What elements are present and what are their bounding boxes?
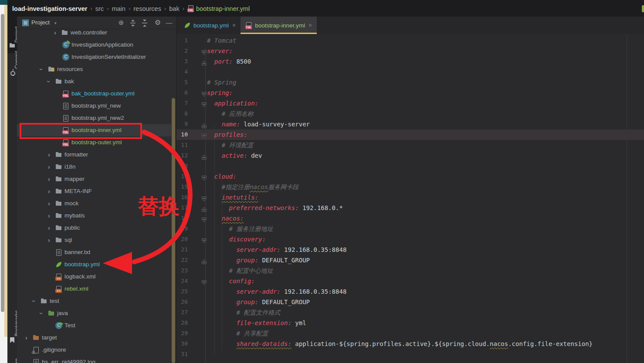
- editor-line-22[interactable]: 22 group: DEFAULT_GROUP: [176, 255, 644, 265]
- editor-line-10[interactable]: 10 profiles:: [176, 129, 644, 140]
- tree-chevron-open-icon[interactable]: ›: [41, 307, 47, 319]
- tree-item-mybatis[interactable]: ›mybatis: [17, 210, 171, 222]
- tree-item-bootstrap-outer-yml[interactable]: YMLbootstrap-outer.yml: [17, 136, 171, 149]
- editor-line-6[interactable]: 6spring:: [176, 88, 644, 98]
- editor-line-16[interactable]: 16 inetutils:: [176, 192, 644, 203]
- tree-chevron-closed-icon[interactable]: ›: [25, 332, 31, 344]
- tree-item-mapper[interactable]: ›mapper: [17, 173, 171, 185]
- editor-line-25[interactable]: 25 server-addr: 192.168.0.35:8848: [176, 286, 644, 297]
- fold-marker-icon[interactable]: [201, 100, 207, 106]
- editor-line-7[interactable]: 7 application:: [176, 98, 644, 109]
- tree-item-i18n[interactable]: ›i18n: [17, 161, 171, 173]
- tree-item-meta-inf[interactable]: ›META-INF: [17, 185, 171, 197]
- tree-chevron-open-icon[interactable]: ›: [48, 75, 54, 88]
- tree-item-formatter[interactable]: ›formatter: [17, 149, 171, 161]
- settings-icon[interactable]: ⚙: [153, 18, 162, 27]
- fold-marker-icon[interactable]: [201, 90, 207, 95]
- editor-line-26[interactable]: 26 group: DEFAULT_GROUP: [176, 297, 644, 307]
- editor-line-28[interactable]: 28 file-extension: yml: [176, 318, 644, 328]
- tab-close-icon[interactable]: [232, 22, 236, 29]
- tree-item-test[interactable]: CTest: [17, 319, 171, 332]
- editor-line-13[interactable]: 13: [176, 161, 644, 171]
- editor-line-27[interactable]: 27 # 配置文件格式: [176, 307, 644, 318]
- hide-icon[interactable]: —: [165, 18, 173, 27]
- tree-item-bootstrap-yml-new[interactable]: bootstrap.yml_new: [17, 100, 171, 112]
- tree-chevron-closed-icon[interactable]: ›: [48, 161, 54, 173]
- editor-line-31[interactable]: 31: [176, 349, 644, 360]
- fold-marker-icon[interactable]: [201, 48, 207, 54]
- fold-marker-icon[interactable]: [201, 194, 207, 200]
- tree-chevron-closed-icon[interactable]: ›: [48, 149, 54, 161]
- tree-chevron-closed-icon[interactable]: ›: [48, 210, 54, 222]
- editor-line-14[interactable]: 14 cloud:: [176, 171, 644, 182]
- tree-item-bootstrap-yml[interactable]: bootstrap.yml: [17, 258, 171, 271]
- project-view-caret-icon[interactable]: [54, 21, 57, 25]
- fold-marker-icon[interactable]: [201, 205, 207, 210]
- breadcrumb-item[interactable]: resources: [133, 0, 161, 17]
- tree-item-bootstrap-inner-yml[interactable]: YMLbootstrap-inner.yml: [17, 124, 171, 136]
- editor-line-20[interactable]: 20 discovery:: [176, 234, 644, 244]
- tree-chevron-closed-icon[interactable]: ›: [48, 222, 54, 234]
- editor-line-21[interactable]: 21 server-addr: 192.168.0.35:8848: [176, 244, 644, 255]
- breadcrumb-item[interactable]: bak: [169, 0, 179, 17]
- tab-close-icon[interactable]: [308, 22, 312, 29]
- tree-chevron-open-icon[interactable]: ›: [41, 63, 47, 75]
- tree-item-resources[interactable]: ›resources: [17, 63, 171, 75]
- editor-line-11[interactable]: 11 # 环境配置: [176, 140, 644, 150]
- editor-line-15[interactable]: 15 #指定注册nacos服务网卡段: [176, 182, 644, 192]
- fold-marker-icon[interactable]: [201, 257, 207, 263]
- tree-chevron-closed-icon[interactable]: ›: [48, 173, 54, 185]
- tree-item-mock[interactable]: ›mock: [17, 197, 171, 210]
- fold-marker-icon[interactable]: [201, 278, 207, 284]
- fold-marker-icon[interactable]: [201, 121, 207, 127]
- editor-line-24[interactable]: 24 config:: [176, 276, 644, 286]
- editor-line-19[interactable]: 19 # 服务注册地址: [176, 224, 644, 234]
- locate-icon[interactable]: ⊕: [117, 18, 125, 27]
- breadcrumb-item[interactable]: main: [112, 0, 125, 17]
- editor-line-1[interactable]: 1# Tomcat: [176, 35, 644, 46]
- editor-line-30[interactable]: 30 shared-dataids: application-${spring.…: [176, 339, 644, 349]
- tree-item-logback-xml[interactable]: <>logback.xml: [17, 271, 171, 283]
- editor-tab-bootstrap-yml[interactable]: bootstrap.yml: [179, 17, 241, 34]
- fold-marker-icon[interactable]: [201, 132, 207, 137]
- collapse-all-icon[interactable]: [142, 20, 148, 26]
- editor-line-2[interactable]: 2server:: [176, 46, 644, 56]
- editor-line-17[interactable]: 17 preferred-networks: 192.168.0.*: [176, 203, 644, 213]
- editor-tab-bootstrap-inner-yml[interactable]: YMLbootstrap-inner.yml: [241, 17, 317, 34]
- tree-item-rebel-xml[interactable]: <>rebel.xml: [17, 283, 171, 295]
- project-tree-scrollbar[interactable]: [172, 98, 175, 363]
- tree-chevron-closed-icon[interactable]: ›: [48, 234, 54, 246]
- breadcrumb-item[interactable]: bootstrap-inner.yml: [196, 0, 250, 17]
- tree-item-web-controller[interactable]: ›web.controller: [17, 27, 171, 39]
- tree-chevron-open-icon[interactable]: ›: [33, 295, 39, 307]
- tree-item-sql[interactable]: ›sql: [17, 234, 171, 246]
- tree-item-banner-txt[interactable]: banner.txt: [17, 246, 171, 258]
- tree-item-investigationservletinitializer[interactable]: CInvestigationServletInitializer: [17, 51, 171, 63]
- tree-chevron-closed-icon[interactable]: ›: [48, 185, 54, 197]
- tree-item-hs-err-pid49992-log[interactable]: hs_err_pid49992.log: [17, 356, 171, 363]
- tree-chevron-closed-icon[interactable]: ›: [48, 197, 54, 210]
- tree-item-java[interactable]: ›java: [17, 307, 171, 319]
- tree-item-bootstrap-yml-new2[interactable]: bootstrap.yml_new2: [17, 112, 171, 124]
- tree-item-target[interactable]: ›target: [17, 332, 171, 344]
- tree-item-public[interactable]: ›public: [17, 222, 171, 234]
- editor-line-29[interactable]: 29 # 共享配置: [176, 328, 644, 339]
- editor-line-4[interactable]: 4: [176, 67, 644, 77]
- breadcrumb-item[interactable]: src: [95, 0, 104, 17]
- breadcrumb-item[interactable]: load-investigation-server: [12, 0, 87, 17]
- fold-marker-icon[interactable]: [201, 236, 207, 242]
- fold-marker-icon[interactable]: [201, 173, 207, 179]
- editor-line-9[interactable]: 9 name: load-survey-server: [176, 119, 644, 129]
- expand-all-icon[interactable]: [130, 20, 136, 26]
- fold-marker-icon[interactable]: [201, 58, 207, 64]
- editor-line-23[interactable]: 23 # 配置中心地址: [176, 265, 644, 276]
- tree-chevron-closed-icon[interactable]: ›: [54, 27, 60, 39]
- editor-line-12[interactable]: 12 active: dev: [176, 150, 644, 161]
- tree-item--gitignore[interactable]: ⊘.gitignore: [17, 344, 171, 356]
- fold-marker-icon[interactable]: [201, 153, 207, 158]
- tree-item-bak[interactable]: ›bak: [17, 75, 171, 88]
- editor-line-8[interactable]: 8 # 应用名称: [176, 109, 644, 119]
- editor-line-5[interactable]: 5# Spring: [176, 77, 644, 88]
- tree-item-investigationapplication[interactable]: CInvestigationApplication: [17, 39, 171, 51]
- fold-marker-icon[interactable]: [201, 215, 207, 221]
